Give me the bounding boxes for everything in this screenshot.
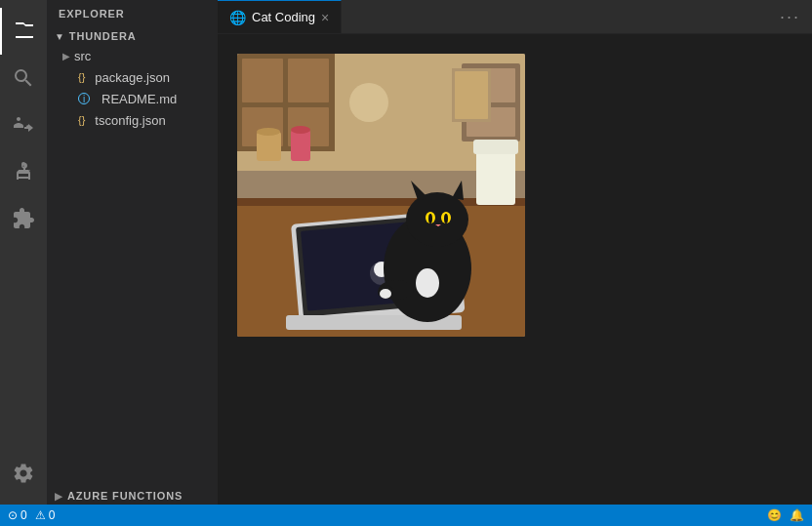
error-icon: ⊙: [8, 508, 18, 522]
tab-bar-more-button[interactable]: ···: [768, 0, 812, 33]
activity-bar-extensions[interactable]: [0, 195, 47, 242]
files-icon: [13, 20, 36, 43]
section-arrow-icon: ▼: [55, 31, 65, 42]
folder-name: src: [74, 49, 91, 63]
file-name: README.md: [102, 92, 177, 106]
extensions-icon: [12, 207, 35, 230]
sidebar: Explorer ▼ THUNDERA ▶ src {} package.jso…: [47, 0, 218, 505]
cat-coding-image: [237, 54, 525, 337]
json-icon: {}: [78, 71, 85, 83]
editor-content: [218, 34, 812, 505]
sidebar-item-src[interactable]: ▶ src: [47, 45, 218, 66]
sidebar-item-package-json[interactable]: {} package.json: [47, 66, 218, 88]
svg-point-30: [444, 214, 448, 223]
md-icon: i: [78, 93, 90, 104]
svg-point-40: [349, 83, 388, 122]
activity-bar-search[interactable]: [0, 55, 47, 101]
status-feedback[interactable]: 😊: [767, 508, 782, 522]
tab-label: Cat Coding: [252, 10, 315, 24]
svg-rect-7: [242, 59, 283, 102]
svg-point-34: [416, 268, 439, 298]
cat-scene-svg: [237, 54, 525, 337]
folder-arrow-icon: ▶: [62, 51, 70, 61]
svg-point-14: [291, 126, 310, 134]
gear-icon: [12, 462, 35, 485]
activity-bar: [0, 0, 47, 505]
sidebar-header: Explorer: [47, 0, 218, 27]
status-bar: ⊙ 0 ⚠ 0 😊 🔔: [0, 505, 812, 526]
json-icon2: {}: [78, 114, 85, 126]
svg-point-29: [428, 214, 432, 223]
status-notifications[interactable]: 🔔: [790, 508, 804, 522]
sidebar-item-readme[interactable]: i README.md: [47, 88, 218, 109]
status-errors[interactable]: ⊙ 0: [8, 508, 27, 522]
sidebar-item-tsconfig[interactable]: {} tsconfig.json: [47, 109, 218, 131]
smiley-icon: 😊: [767, 508, 782, 522]
section-title: THUNDERA: [69, 30, 137, 42]
error-count: 0: [20, 508, 27, 522]
svg-rect-11: [257, 132, 281, 161]
svg-rect-12: [291, 130, 310, 161]
warning-count: 0: [49, 508, 56, 522]
svg-point-24: [406, 192, 468, 247]
bell-icon: 🔔: [790, 508, 804, 522]
activity-bar-bottom: [0, 450, 47, 497]
source-control-icon: [12, 113, 35, 137]
search-icon: [12, 66, 35, 90]
svg-point-13: [257, 128, 280, 136]
svg-point-35: [380, 289, 391, 299]
tab-icon: 🌐: [229, 10, 246, 25]
svg-rect-8: [288, 59, 329, 102]
status-warnings[interactable]: ⚠ 0: [35, 508, 56, 522]
activity-bar-settings[interactable]: [0, 450, 47, 497]
activity-bar-explorer[interactable]: [0, 8, 47, 55]
main-editor: 🌐 Cat Coding × ···: [218, 0, 812, 505]
more-icon: ···: [780, 7, 800, 27]
sidebar-section-thundera[interactable]: ▼ THUNDERA: [47, 27, 218, 45]
warning-icon: ⚠: [35, 508, 46, 522]
azure-arrow-icon: ▶: [55, 491, 63, 502]
status-bar-left: ⊙ 0 ⚠ 0: [8, 508, 55, 522]
svg-rect-37: [455, 71, 488, 119]
debug-icon: [12, 160, 35, 183]
file-name: tsconfig.json: [95, 113, 165, 128]
activity-bar-source-control[interactable]: [0, 101, 47, 148]
tab-close-button[interactable]: ×: [321, 10, 329, 25]
file-name: package.json: [95, 70, 170, 85]
tab-bar: 🌐 Cat Coding × ···: [218, 0, 812, 34]
azure-section-title: AZURE FUNCTIONS: [67, 490, 183, 502]
tab-cat-coding[interactable]: 🌐 Cat Coding ×: [218, 0, 342, 33]
svg-rect-39: [473, 140, 518, 154]
svg-rect-38: [476, 146, 515, 205]
sidebar-section-azure[interactable]: ▶ AZURE FUNCTIONS: [47, 487, 218, 505]
status-bar-right: 😊 🔔: [767, 508, 804, 522]
activity-bar-debug[interactable]: [0, 148, 47, 195]
